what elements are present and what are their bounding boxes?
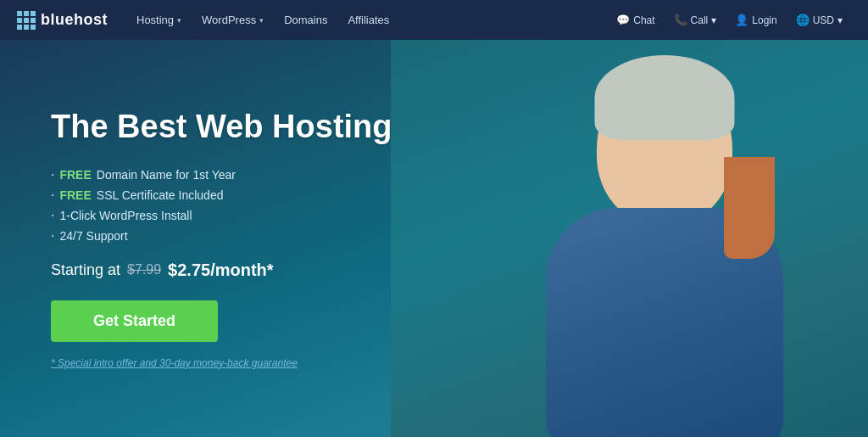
user-icon: 👤	[735, 14, 748, 26]
feature-text-2: SSL Certificate Included	[97, 188, 224, 202]
feature-item-3: · 1-Click WordPress Install	[51, 208, 392, 223]
login-button[interactable]: 👤 Login	[726, 0, 785, 40]
feature-item-4: · 24/7 Support	[51, 228, 392, 244]
nav-item-affiliates[interactable]: Affiliates	[339, 0, 398, 40]
hero-title: The Best Web Hosting	[51, 108, 392, 147]
feature-item-1: · FREE Domain Name for 1st Year	[51, 167, 392, 182]
navbar: bluehost Hosting ▾ WordPress ▾ Domains A…	[0, 0, 868, 40]
nav-links: Hosting ▾ WordPress ▾ Domains Affiliates	[128, 0, 608, 40]
nav-item-hosting[interactable]: Hosting ▾	[128, 0, 190, 40]
price-old: $7.99	[127, 262, 161, 277]
hero-content: The Best Web Hosting · FREE Domain Name …	[0, 108, 392, 369]
globe-icon: 🌐	[796, 14, 810, 26]
person-hat	[595, 55, 735, 140]
chat-icon: 💬	[616, 14, 630, 26]
chevron-down-icon: ▾	[711, 14, 716, 26]
chat-button[interactable]: 💬 Chat	[608, 0, 663, 40]
feature-highlight-2: FREE	[59, 188, 91, 202]
pricing-block: Starting at $7.99 $2.75/month*	[51, 261, 392, 280]
person-hair	[724, 157, 775, 259]
hero-section: The Best Web Hosting · FREE Domain Name …	[0, 40, 868, 437]
phone-icon: 📞	[674, 14, 687, 26]
chevron-down-icon: ▾	[177, 16, 181, 25]
chevron-down-icon: ▾	[837, 14, 843, 26]
feature-text-1: Domain Name for 1st Year	[97, 168, 236, 182]
nav-right: 💬 Chat 📞 Call ▾ 👤 Login 🌐 USD ▾	[608, 0, 851, 40]
feature-highlight-1: FREE	[59, 168, 91, 182]
hero-person-area	[391, 40, 868, 437]
chevron-down-icon: ▾	[259, 16, 264, 25]
bullet-icon: ·	[51, 167, 54, 182]
guarantee-link[interactable]: * Special intro offer and 30-day money-b…	[51, 357, 392, 369]
feature-text-4: 24/7 Support	[59, 229, 127, 243]
feature-text-3: 1-Click WordPress Install	[59, 209, 192, 222]
feature-item-2: · FREE SSL Certificate Included	[51, 188, 392, 203]
price-new: $2.75/month*	[168, 261, 273, 280]
currency-selector[interactable]: 🌐 USD ▾	[787, 0, 851, 40]
logo-grid-icon	[17, 11, 36, 30]
person-figure	[487, 55, 843, 437]
bullet-icon: ·	[51, 228, 54, 244]
nav-item-wordpress[interactable]: WordPress ▾	[193, 0, 272, 40]
hero-features-list: · FREE Domain Name for 1st Year · FREE S…	[51, 167, 392, 244]
bullet-icon: ·	[51, 208, 54, 223]
nav-item-domains[interactable]: Domains	[275, 0, 336, 40]
get-started-button[interactable]: Get Started	[51, 300, 218, 342]
bullet-icon: ·	[51, 188, 54, 203]
logo-text: bluehost	[41, 11, 108, 29]
logo[interactable]: bluehost	[17, 11, 108, 30]
pricing-label: Starting at	[51, 261, 120, 279]
call-button[interactable]: 📞 Call ▾	[665, 0, 726, 40]
